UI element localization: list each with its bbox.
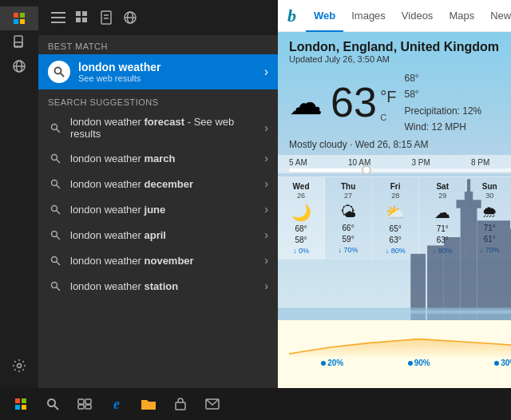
weather-temp-unit: °F C — [380, 88, 396, 125]
hourly-track[interactable] — [289, 168, 511, 172]
svg-rect-10 — [82, 18, 87, 22]
tab-videos[interactable]: Videos — [394, 0, 442, 32]
svg-rect-8 — [82, 11, 87, 16]
best-match-label: Best match — [38, 35, 278, 54]
tab-web[interactable]: Web — [306, 0, 343, 32]
search-results-panel: Best match london weather See web result… — [38, 0, 278, 420]
best-match-search-icon — [48, 61, 70, 83]
svg-line-22 — [56, 159, 60, 163]
suggestion-station[interactable]: london weather station › — [38, 273, 278, 299]
weather-content: London, England, United Kingdom Updated … — [278, 32, 511, 320]
taskbar-explorer-icon[interactable] — [134, 390, 163, 418]
svg-line-24 — [56, 184, 60, 188]
suggestion-june-arrow: › — [264, 203, 268, 216]
suggestion-search-icon — [48, 121, 62, 135]
taskbar-taskview-icon[interactable] — [70, 390, 99, 418]
hamburger-menu[interactable] — [45, 6, 72, 30]
suggestions-label: Search suggestions — [38, 89, 278, 110]
weather-details: 68° 58° Precipitation: 12% Wind: 12 MPH — [405, 70, 482, 136]
svg-point-27 — [51, 231, 57, 236]
suggestion-march-text: london weather march — [70, 153, 264, 164]
taskbar-edge-icon[interactable]: e — [102, 390, 131, 418]
suggestion-search-icon-2 — [48, 151, 62, 165]
suggestion-search-icon-3 — [48, 176, 62, 191]
suggestion-forecast-text: london weather forecast - See web result… — [70, 116, 264, 140]
svg-line-32 — [56, 287, 60, 291]
taskbar-search-icon[interactable] — [38, 390, 67, 418]
svg-rect-45 — [278, 307, 511, 320]
temperature-chart: 20% 90% 30% — [278, 320, 511, 392]
svg-rect-0 — [14, 36, 22, 46]
suggestion-station-text: london weather station — [70, 280, 264, 292]
svg-rect-7 — [76, 11, 81, 16]
weather-location: London, England, United Kingdom — [289, 40, 511, 54]
svg-line-26 — [56, 210, 60, 214]
svg-point-25 — [51, 205, 57, 211]
svg-point-5 — [18, 364, 22, 368]
best-match-arrow: › — [258, 65, 268, 79]
svg-rect-35 — [461, 204, 477, 320]
taskbar-mail-icon[interactable] — [198, 390, 227, 418]
suggestion-december-arrow: › — [264, 177, 268, 190]
svg-point-19 — [51, 124, 57, 129]
weather-info: London, England, United Kingdom Updated … — [278, 32, 511, 150]
svg-rect-52 — [78, 399, 84, 404]
weather-condition-text: Mostly cloudy · Wed 26, 8:15 AM — [289, 139, 511, 150]
suggestion-march-arrow: › — [264, 152, 268, 164]
svg-point-17 — [55, 68, 61, 74]
suggestion-search-icon-5 — [48, 228, 62, 242]
svg-line-28 — [56, 236, 60, 240]
weather-panel: b Web Images Videos Maps News Filters ▾ — [278, 0, 511, 420]
tab-news[interactable]: News — [482, 0, 511, 32]
suggestion-search-icon-7 — [48, 279, 62, 293]
svg-rect-11 — [101, 11, 111, 24]
svg-point-23 — [51, 180, 57, 185]
globe2-icon[interactable] — [123, 10, 137, 25]
sidebar-document-icon[interactable] — [0, 30, 38, 54]
suggestion-december[interactable]: london weather december › — [38, 171, 278, 196]
svg-line-51 — [54, 406, 58, 410]
best-match-title: london weather — [78, 61, 258, 73]
hourly-thumb[interactable] — [362, 165, 371, 175]
sidebar-globe-icon[interactable] — [0, 54, 38, 78]
suggestion-june[interactable]: london weather june › — [38, 196, 278, 222]
best-match-item[interactable]: london weather See web results › — [38, 54, 278, 89]
suggestion-june-text: london weather june — [70, 204, 264, 216]
suggestion-march[interactable]: london weather march › — [38, 145, 278, 171]
settings-icon[interactable] — [0, 350, 38, 382]
chart-svg — [289, 325, 511, 357]
suggestion-december-text: london weather december — [70, 178, 264, 190]
svg-rect-9 — [76, 18, 81, 22]
suggestion-november[interactable]: london weather november › — [38, 248, 278, 273]
sidebar — [0, 0, 38, 420]
svg-rect-39 — [477, 220, 510, 320]
svg-line-20 — [56, 129, 60, 133]
weather-temp-value: 63 — [331, 79, 377, 125]
bing-logo: b — [287, 6, 296, 26]
best-match-text: london weather See web results — [78, 61, 258, 83]
suggestion-search-icon-4 — [48, 202, 62, 216]
app-switcher-icon[interactable] — [75, 10, 89, 25]
svg-point-29 — [51, 256, 57, 262]
taskbar-windows-icon[interactable] — [6, 390, 35, 418]
svg-point-31 — [51, 282, 57, 287]
svg-rect-53 — [85, 399, 91, 404]
taskbar: e — [0, 388, 511, 420]
main-area: Best match london weather See web result… — [38, 0, 511, 420]
suggestion-station-arrow: › — [264, 279, 268, 292]
suggestion-search-icon-6 — [48, 253, 62, 267]
bing-tabs: b Web Images Videos Maps News Filters ▾ — [278, 0, 511, 32]
svg-rect-56 — [176, 402, 185, 410]
suggestion-april[interactable]: london weather april › — [38, 222, 278, 248]
suggestion-april-arrow: › — [264, 228, 268, 241]
tab-maps[interactable]: Maps — [441, 0, 482, 32]
suggestion-forecast[interactable]: london weather forecast - See web result… — [38, 110, 278, 145]
weather-condition-icon: ☁ — [289, 83, 323, 122]
doc2-icon[interactable] — [99, 10, 113, 25]
svg-point-50 — [48, 399, 55, 406]
sidebar-home-icon[interactable] — [0, 6, 38, 30]
svg-point-21 — [51, 154, 57, 160]
tab-images[interactable]: Images — [343, 0, 394, 32]
taskbar-store-icon[interactable] — [166, 390, 195, 418]
precip-20: 20% — [321, 359, 343, 367]
